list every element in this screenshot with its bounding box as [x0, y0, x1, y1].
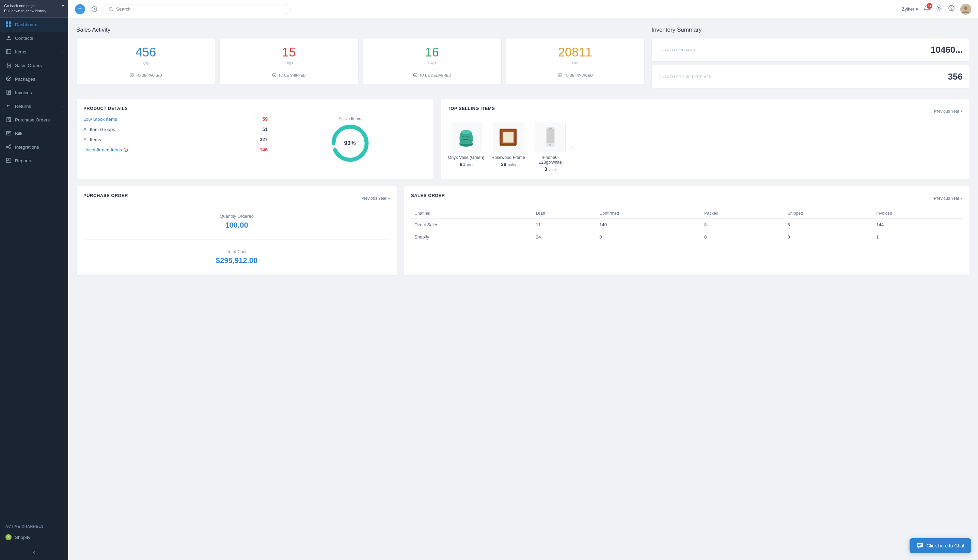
pack-qty: 456	[82, 45, 209, 60]
product-row-unconfirmed: Unconfirmed Items 146	[84, 147, 267, 152]
notification-button[interactable]: 34	[923, 5, 930, 13]
svg-rect-61	[547, 129, 554, 143]
so-draft-1: 24	[533, 231, 596, 243]
period-chevron-icon: ▾	[961, 109, 963, 113]
settings-button[interactable]	[936, 5, 943, 13]
unconfirmed-value: 146	[260, 147, 267, 152]
svg-point-45	[413, 73, 417, 77]
sidebar-item-sales-orders[interactable]: Sales Orders	[0, 59, 68, 72]
so-shipped-1: 0	[784, 231, 873, 243]
top-selling-header: TOP SELLING ITEMS Previous Year ▾	[448, 106, 963, 117]
low-stock-label[interactable]: Low Stock Items	[84, 117, 117, 122]
svg-point-4	[7, 36, 10, 38]
circle-check-icon	[130, 73, 134, 77]
svg-rect-63	[548, 128, 552, 128]
carousel-next-arrow[interactable]: ›	[569, 143, 573, 150]
svg-line-11	[7, 78, 9, 79]
so-row-direct: Direct Sales 11 140 8 6 144	[411, 219, 963, 231]
svg-rect-5	[7, 49, 11, 54]
item-img-vase	[451, 122, 481, 152]
po-period[interactable]: Previous Year ▾	[361, 196, 390, 201]
po-qty-label: Quantity Ordered	[84, 214, 390, 219]
qty-in-hand-label: QUANTITY IN HAND	[659, 48, 695, 52]
svg-line-37	[112, 10, 114, 11]
sidebar-item-label: Returns	[15, 104, 31, 109]
user-avatar-img	[960, 4, 971, 15]
chat-button[interactable]: Click here to Chat	[909, 538, 971, 553]
sidebar-collapse-btn[interactable]: ‹	[0, 544, 68, 560]
donut-label: Active Items	[339, 117, 361, 121]
contacts-icon	[5, 35, 12, 42]
ship-status: TO BE SHIPPED	[225, 69, 353, 77]
help-button[interactable]	[948, 5, 955, 13]
so-table-head: Channel Draft Confirmed Packed Shipped I…	[411, 208, 963, 219]
low-stock-value: 59	[262, 117, 268, 122]
sidebar-item-bills[interactable]: Bills	[0, 127, 68, 140]
unconfirmed-label[interactable]: Unconfirmed Items	[84, 147, 122, 152]
sidebar-item-returns[interactable]: Returns ›	[0, 100, 68, 113]
svg-point-8	[7, 67, 8, 67]
back-button[interactable]: Go back one page Pull down to show histo…	[0, 0, 68, 18]
so-channel-1: Shopify	[411, 231, 533, 243]
product-details-title: PRODUCT DETAILS	[84, 106, 427, 111]
circle-check-icon	[272, 73, 276, 77]
item-unit-1: units	[508, 163, 516, 167]
sidebar-item-purchase-orders[interactable]: Purchase Orders	[0, 113, 68, 127]
item-qty-2: 3 units	[532, 166, 569, 172]
po-qty-section: Quantity Ordered 100.00	[84, 210, 390, 233]
sidebar-item-label: Bills	[15, 131, 23, 136]
svg-point-36	[109, 7, 112, 10]
activity-card-pack: 456 Qty TO BE PACKED	[76, 38, 215, 84]
invoice-unit: Qty	[512, 61, 639, 65]
search-bar[interactable]	[104, 4, 291, 14]
svg-rect-55	[502, 131, 515, 143]
sidebar-item-label: Dashboard	[15, 22, 37, 27]
sidebar-item-label: Shopify	[15, 535, 30, 540]
svg-point-42	[964, 7, 968, 10]
sidebar-item-packages[interactable]: Packages	[0, 72, 68, 86]
so-period[interactable]: Previous Year ▾	[934, 196, 963, 201]
chevron-right-icon: ›	[61, 105, 63, 108]
sidebar-item-items[interactable]: Items ›	[0, 45, 68, 59]
all-groups-value: 51	[262, 127, 268, 132]
sidebar-item-label: Items	[15, 49, 26, 55]
pack-unit: Qty	[82, 61, 209, 65]
sidebar-item-label: Invoices	[15, 90, 32, 95]
top-selling-period[interactable]: Previous Year ▾	[934, 109, 963, 113]
deliver-status-label: TO BE DELIVERED	[419, 73, 451, 77]
qty-to-receive-card: QUANTITY TO BE RECEIVED 356	[652, 65, 970, 88]
chevron-down-icon: ▾	[62, 3, 64, 8]
sidebar-item-dashboard[interactable]: Dashboard	[0, 18, 68, 32]
deliver-status: TO BE DELIVERED	[368, 69, 496, 77]
sidebar-item-integrations[interactable]: Integrations	[0, 140, 68, 154]
avatar[interactable]	[960, 4, 971, 15]
item-qty-0: 81 pcs	[448, 161, 485, 167]
notification-badge: 34	[926, 3, 932, 9]
items-grid: Onyx Vase (Green) 81 pcs	[448, 122, 569, 172]
svg-rect-59	[513, 130, 515, 144]
shopify-icon: S	[5, 534, 12, 540]
po-cost-section: Total Cost $295,912.00	[84, 246, 390, 268]
user-menu[interactable]: Zylker ▾	[902, 7, 918, 12]
topbar: + Zylker ▾ 34	[68, 0, 978, 18]
history-button[interactable]	[89, 4, 99, 14]
activity-card-ship: 15 Pkgs TO BE SHIPPED	[219, 38, 358, 84]
sidebar-item-shopify[interactable]: S Shopify	[0, 530, 68, 544]
sidebar-item-contacts[interactable]: Contacts	[0, 32, 68, 45]
so-packed-0: 8	[701, 219, 784, 231]
sidebar-item-label: Integrations	[15, 145, 39, 150]
invoice-status-label: TO BE INVOICED	[564, 73, 593, 77]
so-invoiced-1: 1	[873, 231, 963, 243]
add-button[interactable]: +	[75, 4, 85, 14]
col-shipped: Shipped	[784, 208, 873, 219]
sidebar-item-invoices[interactable]: Invoices	[0, 86, 68, 100]
search-input[interactable]	[116, 7, 286, 12]
activity-cards: 456 Qty TO BE PACKED 15 Pkgs TO BE SHIPP…	[76, 38, 645, 84]
chevron-right-icon: ›	[61, 50, 63, 54]
sales-section: Sales Activity 456 Qty TO BE PACKED 15 P…	[76, 27, 970, 92]
svg-point-26	[7, 146, 8, 147]
sidebar-item-reports[interactable]: Reports	[0, 154, 68, 168]
help-icon	[948, 5, 955, 12]
items-icon	[5, 49, 12, 55]
so-channel-0: Direct Sales	[411, 219, 533, 231]
